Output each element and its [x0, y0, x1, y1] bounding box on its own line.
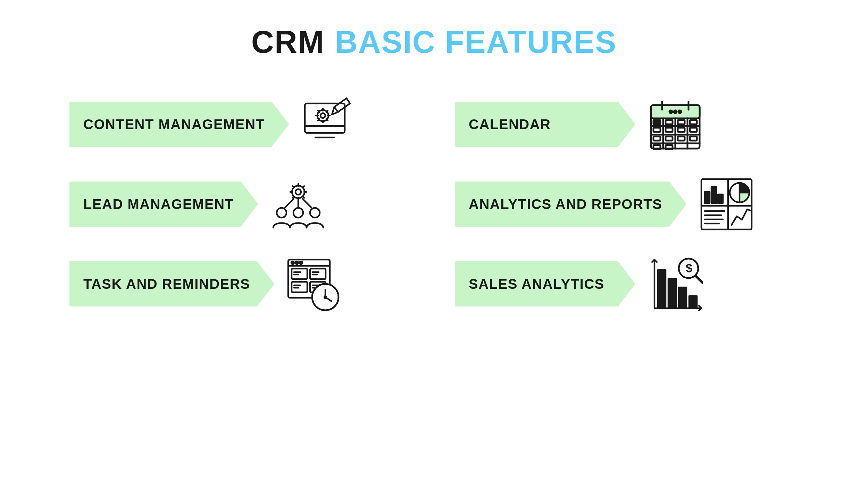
- svg-line-53: [292, 186, 294, 187]
- icon-team-gear: [269, 175, 328, 234]
- svg-rect-46: [666, 145, 673, 149]
- svg-rect-0: [305, 103, 345, 133]
- svg-point-78: [300, 261, 302, 264]
- svg-rect-42: [666, 136, 673, 141]
- label-task-reminders: TASK AND REMINDERS: [83, 276, 250, 292]
- icon-calendar: [646, 95, 705, 154]
- svg-point-59: [310, 208, 320, 218]
- feature-item-calendar: CALENDAR: [455, 95, 799, 154]
- feature-item-task-reminders: TASK AND REMINDERS: [69, 254, 413, 313]
- svg-point-76: [291, 261, 294, 264]
- svg-line-56: [292, 196, 294, 198]
- svg-line-55: [303, 186, 304, 187]
- svg-rect-34: [666, 120, 673, 124]
- label-content-management: CONTENT MANAGEMENT: [83, 117, 265, 132]
- icon-chart-pie: [697, 175, 756, 234]
- arrow-label-calendar: CALENDAR: [455, 102, 635, 147]
- feature-item-sales-analytics: SALES ANALYTICS $: [455, 254, 799, 313]
- arrow-label-task-reminders: TASK AND REMINDERS: [69, 261, 274, 306]
- svg-point-26: [678, 110, 681, 113]
- arrow-label-content-management: CONTENT MANAGEMENT: [69, 102, 289, 147]
- svg-rect-67: [711, 187, 716, 203]
- arrow-label-lead-management: LEAD MANAGEMENT: [69, 182, 258, 227]
- svg-text:$: $: [686, 261, 692, 275]
- svg-line-12: [326, 111, 328, 112]
- page-title: CRM BASIC FEATURES: [251, 24, 617, 60]
- svg-rect-39: [678, 128, 685, 132]
- svg-rect-36: [690, 120, 697, 124]
- svg-rect-44: [690, 136, 697, 141]
- arrow-label-analytics-reports: ANALYTICS AND REPORTS: [455, 182, 686, 227]
- features-grid: CONTENT MANAGEMENT: [69, 95, 799, 313]
- svg-rect-38: [666, 128, 673, 132]
- svg-rect-66: [705, 192, 710, 203]
- svg-line-13: [318, 119, 319, 120]
- svg-point-5: [320, 113, 325, 118]
- svg-line-10: [318, 111, 319, 112]
- feature-item-content-management: CONTENT MANAGEMENT: [69, 95, 413, 154]
- feature-item-analytics-reports: ANALYTICS AND REPORTS: [455, 175, 799, 234]
- title-subtitle: BASIC FEATURES: [335, 24, 617, 60]
- label-analytics-reports: ANALYTICS AND REPORTS: [469, 196, 662, 212]
- svg-rect-100: [679, 287, 686, 308]
- svg-rect-41: [653, 136, 660, 141]
- svg-point-58: [293, 208, 303, 218]
- svg-rect-101: [689, 296, 697, 308]
- svg-rect-98: [658, 270, 666, 308]
- svg-line-62: [303, 199, 311, 208]
- svg-line-60: [285, 199, 294, 208]
- feature-item-lead-management: LEAD MANAGEMENT: [69, 175, 413, 234]
- title-crm: CRM: [251, 24, 325, 60]
- svg-rect-33: [653, 120, 660, 124]
- label-lead-management: LEAD MANAGEMENT: [83, 196, 234, 212]
- svg-point-77: [295, 261, 298, 264]
- svg-rect-37: [653, 128, 660, 132]
- svg-point-25: [674, 110, 677, 113]
- svg-rect-68: [718, 194, 723, 203]
- svg-rect-35: [678, 120, 685, 124]
- svg-point-48: [295, 189, 301, 195]
- label-sales-analytics: SALES ANALYTICS: [469, 276, 604, 292]
- svg-line-11: [326, 119, 328, 120]
- svg-rect-99: [668, 279, 676, 308]
- svg-line-54: [303, 196, 304, 198]
- label-calendar: CALENDAR: [469, 117, 551, 132]
- svg-line-17: [347, 98, 350, 103]
- svg-rect-40: [690, 128, 697, 132]
- svg-rect-43: [678, 136, 685, 141]
- arrow-label-sales-analytics: SALES ANALYTICS: [455, 261, 635, 306]
- svg-point-57: [277, 208, 286, 218]
- icon-monitor-gear: [300, 95, 359, 154]
- svg-point-24: [669, 110, 672, 113]
- svg-point-95: [324, 296, 326, 298]
- svg-rect-45: [653, 145, 660, 149]
- icon-dashboard-clock: [285, 254, 344, 313]
- icon-sales-chart: $: [646, 254, 705, 313]
